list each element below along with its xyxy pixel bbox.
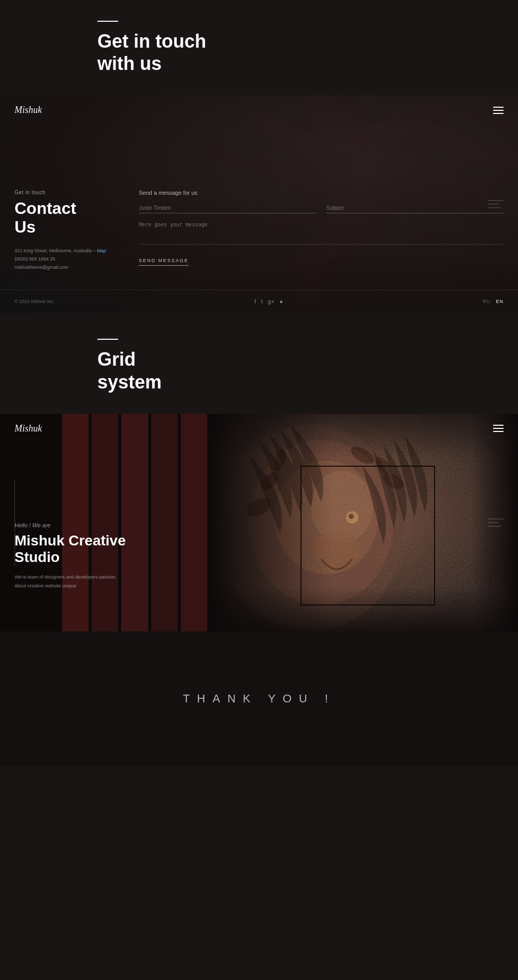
name-input[interactable] xyxy=(139,203,316,213)
facebook-icon[interactable]: f xyxy=(254,298,256,305)
hero-hamburger-line-2 xyxy=(493,428,503,429)
hero-logo: Mishuk xyxy=(15,423,42,434)
section-3-header: Grid system xyxy=(0,313,518,413)
footer-social: f t g+ ● xyxy=(254,298,283,305)
form-name-subject-row xyxy=(139,203,503,213)
hamburger-line-3 xyxy=(493,113,503,114)
section-1-title: Get in touch with us xyxy=(97,30,518,75)
hero-side-line-1 xyxy=(488,518,503,519)
map-link[interactable]: Map xyxy=(97,248,106,253)
hero-side-line-2 xyxy=(488,522,498,523)
section-1-header: Get in touch with us xyxy=(0,0,518,95)
hero-nav: Mishuk xyxy=(0,414,518,443)
hamburger-line-2 xyxy=(493,110,503,111)
section-3-title: Grid system xyxy=(97,348,518,393)
footer-language: RU EN xyxy=(483,299,503,304)
thankyou-text: THANK YOU ! xyxy=(183,692,335,705)
contact-content: Get in touch ContactUs 321 King Street, … xyxy=(0,190,518,271)
accent-line-3 xyxy=(97,339,118,340)
twitter-icon[interactable]: t xyxy=(261,298,263,305)
footer-copyright: © 2015 Mishuk Inc. xyxy=(15,299,54,304)
hero-hamburger-line-3 xyxy=(493,431,503,432)
googleplus-icon[interactable]: g+ xyxy=(268,298,275,305)
mockup-footer: © 2015 Mishuk Inc. f t g+ ● RU EN xyxy=(0,290,518,313)
message-textarea[interactable] xyxy=(139,219,503,244)
hamburger-line-1 xyxy=(493,107,503,108)
grid-stripe-5 xyxy=(181,414,207,631)
hero-title: Mishuk CreativeStudio xyxy=(15,532,126,566)
contact-page-mockup: Mishuk Get in touch ContactUs 321 King S… xyxy=(0,95,518,313)
rect-overlay xyxy=(300,466,435,606)
send-message-button[interactable]: SEND MESSAGE xyxy=(139,256,189,266)
subject-input[interactable] xyxy=(326,203,503,213)
mockup-nav: Mishuk xyxy=(0,95,518,125)
mockup-logo: Mishuk xyxy=(15,105,42,116)
contact-address: 321 King Street, Melbourne, Australia – … xyxy=(15,247,118,272)
accent-line-1 xyxy=(97,21,118,22)
hero-side-decorative-lines xyxy=(488,518,503,526)
pinterest-icon[interactable]: ● xyxy=(280,298,283,305)
contact-left-panel: Get in touch ContactUs 321 King Street, … xyxy=(15,190,118,271)
thankyou-section: THANK YOU ! xyxy=(0,631,518,766)
contact-form-area: Send a message for us SEND MESSAGE xyxy=(139,190,503,271)
hero-description: We're team of designers and developers p… xyxy=(15,573,118,589)
hero-content: Hello ! We are Mishuk CreativeStudio We'… xyxy=(15,522,126,590)
lang-en[interactable]: EN xyxy=(496,299,503,304)
lang-ru[interactable]: RU xyxy=(483,299,491,304)
contact-label: Get in touch xyxy=(15,190,118,195)
contact-title: ContactUs xyxy=(15,199,118,236)
hero-tagline: Hello ! We are xyxy=(15,522,126,528)
grid-hero-mockup: Mishuk Hello ! We are Mishuk CreativeStu… xyxy=(0,414,518,631)
hero-hamburger-menu[interactable] xyxy=(493,425,503,432)
hamburger-menu[interactable] xyxy=(493,107,503,114)
form-title: Send a message for us xyxy=(139,190,503,196)
hero-side-line-3 xyxy=(488,526,501,526)
grid-stripe-4 xyxy=(151,414,178,631)
hero-hamburger-line-1 xyxy=(493,425,503,426)
